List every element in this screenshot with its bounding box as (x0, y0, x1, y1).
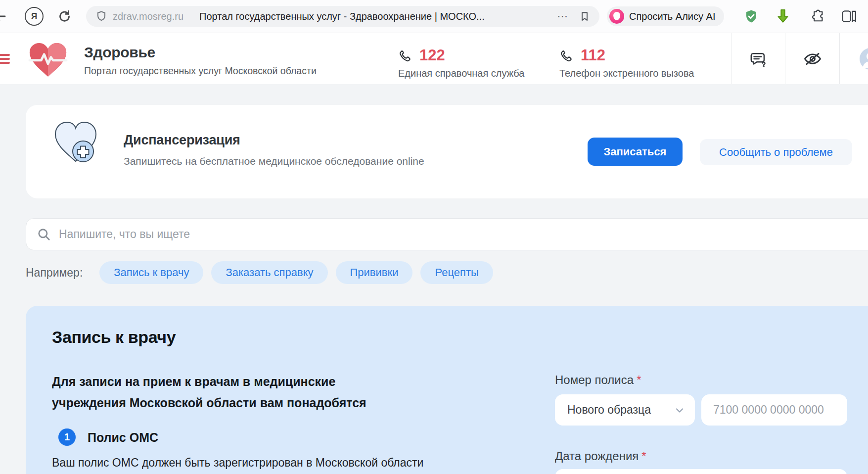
birthdate-label: Дата рождения* (555, 449, 646, 463)
chip-doctor-appointment[interactable]: Запись к врачу (99, 261, 203, 284)
alice-label: Спросить Алису AI (629, 11, 715, 22)
accessibility-eye-off-button[interactable] (785, 33, 839, 85)
browser-toolbar: Я zdrav.mosreg.ru Портал государственных… (0, 0, 868, 33)
menu-burger-icon[interactable] (0, 54, 10, 64)
doctor-appointment-section: Запись к врачу Для записи на прием к вра… (26, 306, 868, 474)
page-title: Портал государственных услуг - Здравоохр… (199, 11, 485, 22)
alice-icon (609, 9, 624, 24)
chevron-down-icon (674, 405, 685, 416)
search-icon (37, 228, 51, 241)
policy-type-value: Нового образца (567, 403, 674, 417)
phone-number-122[interactable]: 122 (419, 47, 445, 64)
phone-label-122: Единая справочная служба (398, 68, 525, 79)
tab-panels-icon[interactable] (841, 9, 858, 24)
brand-title: Здоровье (84, 44, 317, 61)
phone-number-112[interactable]: 112 (581, 47, 605, 64)
site-logo-heart-icon[interactable] (26, 41, 70, 79)
bookmark-icon[interactable] (579, 10, 591, 22)
more-actions-icon[interactable]: ⋯ (555, 10, 571, 23)
signup-button[interactable]: Записаться (588, 138, 683, 166)
report-problem-button[interactable]: Сообщить о проблеме (700, 139, 852, 165)
section-title: Запись к врачу (52, 328, 176, 347)
banner-heart-cross-icon (53, 117, 99, 166)
phone-icon (559, 49, 573, 62)
step-title: Полис ОМС (88, 430, 158, 445)
profile-avatar[interactable] (839, 33, 868, 85)
yandex-letter: Я (31, 11, 37, 21)
ask-alice-button[interactable]: Спросить Алису AI (607, 6, 724, 26)
url-domain: zdrav.mosreg.ru (113, 11, 183, 22)
brand-subtitle: Портал государственных услуг Московской … (84, 65, 317, 77)
feedback-chat-button[interactable] (731, 33, 785, 85)
page-content: Диспансеризация Запишитесь на бесплатное… (0, 84, 868, 474)
downloads-icon[interactable] (775, 7, 791, 24)
search-input[interactable] (59, 228, 868, 241)
banner-subtitle: Запишитесь на бесплатное медицинское обс… (124, 155, 424, 167)
extensions-icon[interactable] (809, 8, 825, 24)
policy-number-input[interactable] (701, 394, 847, 426)
reload-icon[interactable] (56, 8, 72, 24)
chip-order-certificate[interactable]: Заказать справку (211, 261, 327, 284)
policy-number-label: Номер полиса* (555, 373, 641, 387)
step-number-badge: 1 (58, 428, 76, 446)
banner-title: Диспансеризация (124, 133, 240, 148)
phone-block-112: 112 Телефон экстренного вызова (559, 47, 694, 79)
brand-block: Здоровье Портал государственных услуг Мо… (84, 44, 317, 77)
phone-block-122: 122 Единая справочная служба (398, 47, 525, 79)
phone-label-112: Телефон экстренного вызова (559, 68, 694, 79)
section-intro: Для записи на прием к врачам в медицинск… (52, 371, 398, 414)
site-search[interactable] (26, 218, 868, 250)
dispensary-banner: Диспансеризация Запишитесь на бесплатное… (26, 105, 868, 198)
protect-shield-icon[interactable] (743, 8, 759, 24)
chip-vaccinations[interactable]: Прививки (336, 261, 413, 284)
required-asterisk: * (637, 373, 641, 386)
policy-type-select[interactable]: Нового образца (555, 394, 695, 426)
back-icon[interactable] (0, 8, 8, 24)
search-suggestions: Например: Запись к врачу Заказать справк… (26, 261, 501, 284)
birthdate-input[interactable] (555, 469, 847, 474)
step-description: Ваш полис ОМС должен быть зарегистрирова… (52, 456, 423, 470)
phone-icon (398, 49, 411, 62)
chip-prescriptions[interactable]: Рецепты (420, 261, 493, 284)
site-security-shield-icon[interactable] (95, 10, 108, 23)
site-header: Здоровье Портал государственных услуг Мо… (0, 33, 868, 84)
address-bar[interactable]: zdrav.mosreg.ru Портал государственных у… (86, 6, 599, 27)
yandex-button[interactable]: Я (25, 7, 44, 26)
header-actions (731, 33, 868, 85)
required-asterisk: * (641, 449, 646, 463)
suggestions-label: Например: (26, 266, 83, 280)
